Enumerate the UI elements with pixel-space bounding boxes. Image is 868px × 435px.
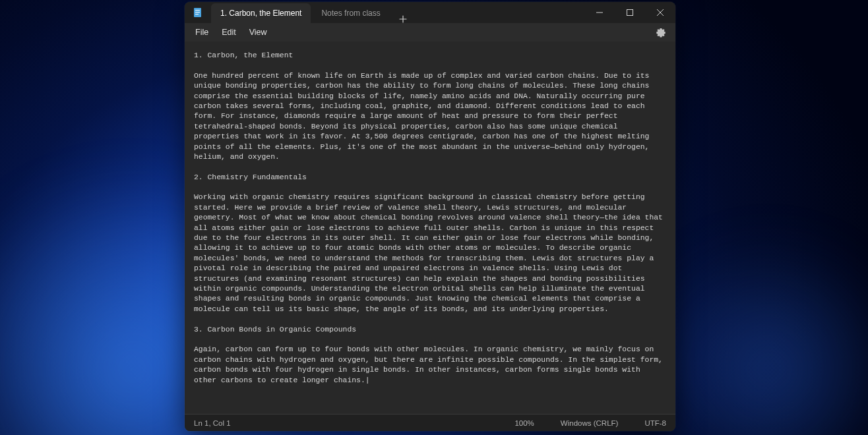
tab-label: 1. Carbon, the Element [220, 9, 301, 18]
notepad-icon [185, 2, 211, 23]
plus-icon [399, 15, 407, 23]
svg-rect-4 [627, 10, 633, 16]
tab-strip: 1. Carbon, the Element Notes from class [211, 2, 584, 23]
maximize-button[interactable] [615, 2, 645, 23]
close-button[interactable] [645, 2, 675, 23]
zoom-level[interactable]: 100% [514, 419, 534, 427]
cursor-position[interactable]: Ln 1, Col 1 [194, 419, 231, 427]
settings-button[interactable] [650, 24, 671, 40]
minimize-button[interactable] [584, 2, 615, 23]
minimize-icon [596, 9, 603, 16]
maximize-icon [627, 9, 633, 16]
svg-rect-1 [195, 10, 200, 11]
menu-view[interactable]: View [243, 25, 274, 40]
tab-notes-from-class[interactable]: Notes from class [312, 3, 389, 23]
svg-rect-3 [195, 14, 199, 14]
notepad-window: 1. Carbon, the Element Notes from class … [185, 2, 675, 431]
menubar: File Edit View [185, 23, 675, 42]
new-tab-button[interactable] [391, 15, 415, 23]
line-ending[interactable]: Windows (CRLF) [561, 419, 619, 427]
statusbar: Ln 1, Col 1 100% Windows (CRLF) UTF-8 [185, 414, 675, 431]
editor-area[interactable]: 1. Carbon, the Element One hundred perce… [185, 42, 675, 414]
gear-icon [656, 27, 666, 38]
tab-carbon-element[interactable]: 1. Carbon, the Element [211, 3, 311, 23]
svg-rect-2 [195, 12, 200, 13]
titlebar[interactable]: 1. Carbon, the Element Notes from class [185, 2, 675, 23]
menu-edit[interactable]: Edit [215, 25, 243, 40]
menu-file[interactable]: File [189, 25, 215, 40]
window-controls [584, 2, 675, 23]
tab-label: Notes from class [321, 9, 380, 18]
document-text[interactable]: 1. Carbon, the Element One hundred perce… [194, 51, 666, 386]
close-icon [657, 9, 664, 16]
encoding[interactable]: UTF-8 [644, 419, 666, 427]
